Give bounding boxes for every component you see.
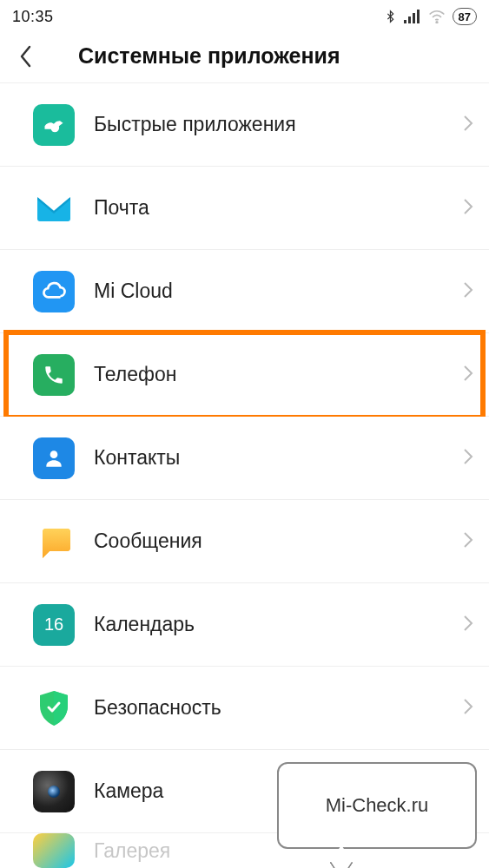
chevron-right-icon — [463, 615, 473, 635]
list-item-label: Быстрые приложения — [94, 113, 463, 136]
status-bar: 10:35 87 — [0, 0, 489, 30]
watermark-text: Mi-Check.ru — [326, 794, 429, 817]
messages-icon — [33, 521, 75, 562]
list-item-messages[interactable]: Сообщения — [0, 500, 489, 583]
header: Системные приложения — [0, 30, 489, 83]
svg-rect-1 — [408, 16, 411, 23]
camera-icon — [33, 771, 75, 812]
chevron-right-icon — [463, 115, 473, 135]
cloud-icon — [33, 271, 75, 312]
status-time: 10:35 — [12, 8, 54, 26]
svg-rect-0 — [404, 20, 406, 23]
list-item-label: Календарь — [94, 613, 463, 636]
list-item-contacts[interactable]: Контакты — [0, 417, 489, 500]
gallery-icon — [33, 833, 75, 868]
list-item-label: Почта — [94, 196, 463, 220]
phone-icon — [33, 354, 75, 396]
list-item-label: Телефон — [94, 363, 463, 386]
list-item-label: Сообщения — [94, 529, 463, 553]
quick-apps-icon — [33, 104, 75, 146]
signal-icon — [404, 10, 421, 23]
status-icons: 87 — [384, 8, 477, 25]
calendar-date: 16 — [44, 615, 63, 635]
list-item-mail[interactable]: Почта — [0, 167, 489, 250]
list-item-security[interactable]: Безопасность — [0, 667, 489, 750]
svg-point-8 — [50, 450, 58, 458]
list-item-micloud[interactable]: Mi Cloud — [0, 250, 489, 333]
chevron-right-icon — [463, 531, 473, 552]
chevron-right-icon — [463, 698, 473, 719]
mail-icon — [33, 187, 75, 229]
chevron-right-icon — [463, 198, 473, 219]
page-title: Системные приложения — [43, 43, 480, 69]
svg-rect-3 — [417, 10, 420, 23]
back-button[interactable] — [9, 39, 43, 74]
svg-rect-2 — [413, 13, 415, 23]
list-item-quick-apps[interactable]: Быстрые приложения — [0, 83, 489, 167]
settings-list: Быстрые приложения Почта Mi Cloud — [0, 83, 489, 868]
list-item-phone[interactable]: Телефон — [0, 333, 489, 417]
wifi-icon — [428, 10, 446, 23]
battery-level: 87 — [459, 10, 471, 23]
bluetooth-icon — [384, 8, 397, 25]
list-item-label: Безопасность — [94, 696, 463, 720]
chevron-right-icon — [463, 365, 473, 385]
list-item-label: Mi Cloud — [94, 279, 463, 303]
list-item-calendar[interactable]: 16 Календарь — [0, 583, 489, 667]
battery-icon: 87 — [453, 8, 477, 25]
contacts-icon — [33, 437, 75, 479]
chevron-right-icon — [463, 448, 473, 469]
svg-point-4 — [436, 22, 438, 23]
chevron-right-icon — [463, 281, 473, 302]
shield-icon — [33, 687, 75, 729]
calendar-icon: 16 — [33, 604, 75, 646]
chevron-left-icon — [19, 45, 33, 68]
list-item-label: Контакты — [94, 446, 463, 470]
watermark-bubble: Mi-Check.ru — [277, 762, 477, 849]
